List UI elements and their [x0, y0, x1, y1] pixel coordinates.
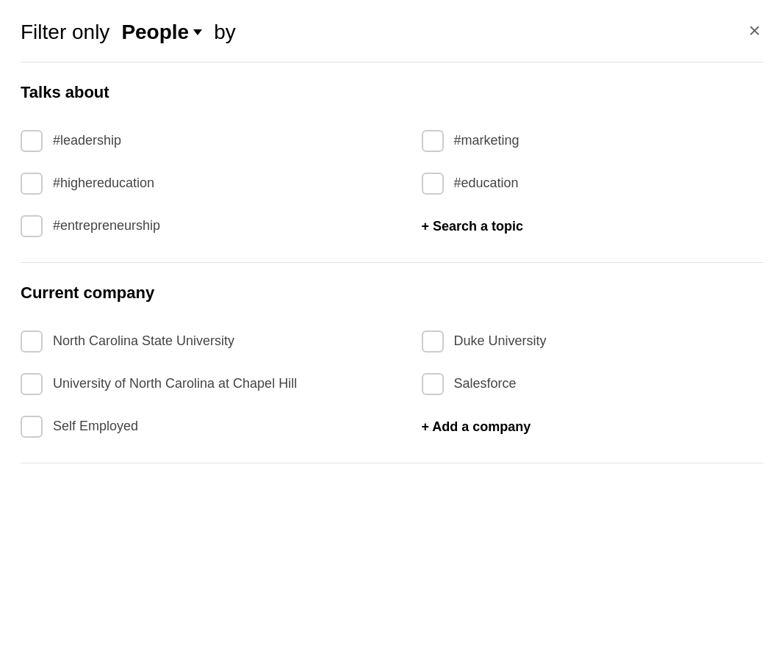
filter-header: Filter only People by ×	[0, 0, 784, 62]
filter-item-leadership[interactable]: #leadership	[21, 120, 392, 162]
current-company-section: Current company North Carolina State Uni…	[0, 263, 784, 463]
label-self: Self Employed	[53, 418, 138, 435]
checkbox-marketing[interactable]	[422, 130, 444, 152]
talks-about-section: Talks about #leadership #marketing #high…	[0, 62, 784, 262]
search-topic-button[interactable]: + Search a topic	[392, 205, 764, 248]
label-unc: University of North Carolina at Chapel H…	[53, 375, 297, 392]
checkbox-self[interactable]	[21, 416, 43, 438]
people-label: People	[121, 21, 189, 44]
close-button[interactable]: ×	[746, 18, 763, 44]
checkbox-unc[interactable]	[21, 373, 43, 395]
filter-only-label: Filter only	[21, 20, 109, 45]
label-leadership: #leadership	[53, 132, 121, 149]
checkbox-education[interactable]	[422, 173, 444, 195]
filter-item-self[interactable]: Self Employed	[21, 405, 392, 448]
search-topic-label: + Search a topic	[422, 219, 524, 234]
people-dropdown[interactable]: People	[115, 18, 208, 47]
filter-item-salesforce[interactable]: Salesforce	[392, 363, 764, 405]
label-education: #education	[454, 175, 519, 192]
footer-divider	[21, 463, 763, 463]
filter-item-entrepreneurship[interactable]: #entrepreneurship	[21, 205, 392, 248]
add-company-button[interactable]: + Add a company	[392, 405, 764, 448]
checkbox-ncsu[interactable]	[21, 330, 43, 353]
checkbox-highereducation[interactable]	[21, 173, 43, 195]
label-duke: Duke University	[454, 333, 547, 350]
current-company-title: Current company	[21, 283, 763, 303]
label-ncsu: North Carolina State University	[53, 333, 234, 350]
chevron-down-icon	[193, 29, 202, 35]
label-entrepreneurship: #entrepreneurship	[53, 217, 160, 234]
label-highereducation: #highereducation	[53, 175, 154, 192]
filter-item-ncsu[interactable]: North Carolina State University	[21, 320, 392, 363]
checkbox-leadership[interactable]	[21, 130, 43, 152]
talks-about-title: Talks about	[21, 83, 763, 102]
filter-item-unc[interactable]: University of North Carolina at Chapel H…	[21, 363, 392, 405]
filter-modal: Filter only People by × Talks about #lea…	[0, 0, 784, 672]
label-salesforce: Salesforce	[454, 375, 517, 392]
by-label: by	[214, 20, 236, 45]
filter-item-education[interactable]: #education	[392, 162, 764, 205]
add-company-label: + Add a company	[422, 419, 531, 435]
checkbox-salesforce[interactable]	[422, 373, 444, 395]
current-company-grid: North Carolina State University Duke Uni…	[21, 320, 763, 448]
label-marketing: #marketing	[454, 132, 519, 149]
checkbox-duke[interactable]	[422, 330, 444, 353]
filter-item-highereducation[interactable]: #highereducation	[21, 162, 392, 205]
filter-item-marketing[interactable]: #marketing	[392, 120, 764, 162]
checkbox-entrepreneurship[interactable]	[21, 215, 43, 237]
filter-item-duke[interactable]: Duke University	[392, 320, 764, 363]
talks-about-grid: #leadership #marketing #highereducation …	[21, 120, 763, 248]
